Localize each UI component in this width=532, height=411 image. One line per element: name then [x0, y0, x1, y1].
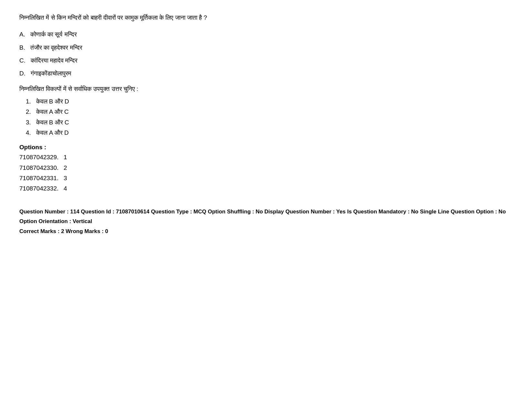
option-c: C. कांदिरया महादेव मन्दिर: [19, 55, 513, 66]
sub-option-1-text: केवल B और D: [36, 98, 69, 105]
option-code-3-code: 71087042331.: [19, 175, 59, 181]
option-d-label: D.: [19, 70, 25, 77]
sub-option-3: 3. केवल B और C: [26, 117, 513, 128]
sub-options-list: 1. केवल B और D 2. केवल A और C 3. केवल B …: [26, 96, 513, 138]
option-d-text: गंगाइकोंडाचोलापुरम: [31, 70, 71, 77]
option-b-text: तंजौर का वृहदेश्वर मन्दिर: [30, 44, 82, 51]
option-c-label: C.: [19, 57, 25, 64]
option-a: A. कोणार्क का सूर्य मन्दिर: [19, 29, 513, 40]
sub-option-2: 2. केवल A और C: [26, 107, 513, 117]
meta-line2: Correct Marks : 2 Wrong Marks : 0: [19, 227, 513, 237]
sub-option-2-text: केवल A और C: [36, 108, 69, 115]
options-list: A. कोणार्क का सूर्य मन्दिर B. तंजौर का व…: [19, 29, 513, 79]
option-codes-list: 71087042329. 1 71087042330. 2 7108704233…: [19, 152, 513, 194]
option-d: D. गंगाइकोंडाचोलापुरम: [19, 68, 513, 79]
option-code-2: 71087042330. 2: [19, 163, 513, 173]
question-container: निम्नलिखित में से किन मन्दिरों को बाहरी …: [19, 13, 513, 236]
option-b: B. तंजौर का वृहदेश्वर मन्दिर: [19, 42, 513, 53]
option-code-1: 71087042329. 1: [19, 152, 513, 162]
option-code-2-code: 71087042330.: [19, 164, 59, 171]
option-code-3: 71087042331. 3: [19, 173, 513, 183]
option-code-4-code: 71087042332.: [19, 185, 59, 192]
option-code-1-code: 71087042329.: [19, 154, 59, 161]
option-a-label: A.: [19, 31, 25, 38]
option-code-3-value: 3: [64, 175, 67, 181]
sub-option-1-number: 1.: [26, 98, 31, 105]
option-c-text: कांदिरया महादेव मन्दिर: [31, 57, 78, 64]
sub-option-4: 4. केवल A और D: [26, 128, 513, 138]
option-code-4-value: 4: [64, 185, 67, 192]
meta-line2-text: Correct Marks : 2 Wrong Marks : 0: [19, 228, 108, 234]
option-a-text: कोणार्क का सूर्य मन्दिर: [30, 31, 77, 38]
options-label: Options :: [19, 144, 513, 151]
sub-option-4-text: केवल A और D: [36, 129, 69, 136]
option-code-4: 71087042332. 4: [19, 183, 513, 194]
sub-option-4-number: 4.: [26, 129, 31, 136]
option-code-1-value: 1: [64, 154, 67, 161]
meta-line1-text: Question Number : 114 Question Id : 7108…: [19, 209, 506, 225]
sub-option-3-text: केवल B और C: [36, 119, 69, 126]
question-text: निम्नलिखित में से किन मन्दिरों को बाहरी …: [19, 13, 513, 23]
sub-option-3-number: 3.: [26, 119, 31, 126]
sub-question-text: निम्नलिखित विकल्पों में से सर्वाधिक उपयु…: [19, 85, 513, 93]
meta-info: Question Number : 114 Question Id : 7108…: [19, 207, 513, 237]
option-b-label: B.: [19, 44, 25, 51]
option-code-2-value: 2: [64, 164, 67, 171]
sub-option-2-number: 2.: [26, 108, 31, 115]
sub-option-1: 1. केवल B और D: [26, 96, 513, 107]
meta-line1: Question Number : 114 Question Id : 7108…: [19, 207, 513, 227]
